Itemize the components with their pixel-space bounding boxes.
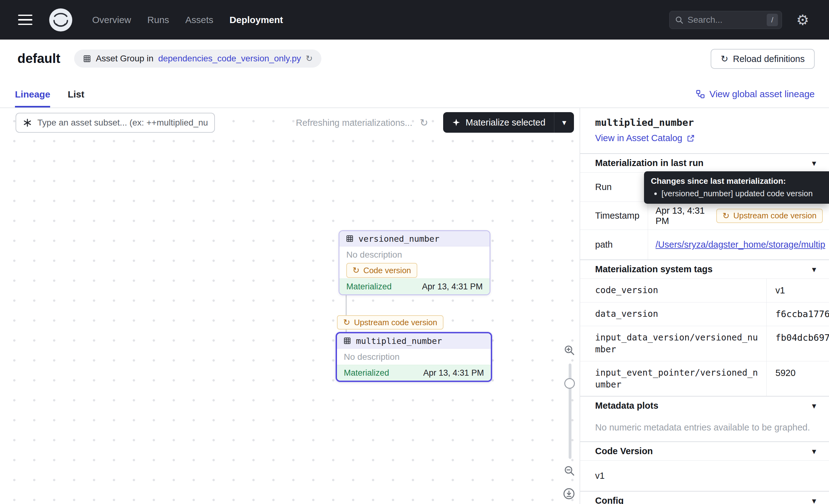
tooltip-title: Changes since last materialization:: [651, 176, 822, 187]
section-heading: Metadata plots: [595, 401, 658, 411]
chevron-down-icon[interactable]: ▾: [812, 265, 816, 274]
system-tag-row: code_version v1: [580, 279, 829, 302]
slash-shortcut-badge: /: [767, 14, 778, 26]
asset-name: versioned_number: [358, 234, 439, 244]
tag-key: input_data_version/versioned_number: [580, 326, 766, 361]
asset-subset-filter[interactable]: [15, 113, 215, 133]
row-value: Apr 13, 4:31 PM ↻ Upstream code version: [648, 202, 829, 229]
section-materialization-last-run[interactable]: Materialization in last run ▾: [580, 153, 829, 172]
zoom-slider-track[interactable]: [569, 363, 572, 459]
lineage-graph-icon: [696, 89, 705, 99]
view-global-asset-lineage-link[interactable]: View global asset lineage: [696, 89, 815, 99]
materialize-label: Materialize selected: [466, 117, 545, 128]
panel-body: Materialization in last run ▾ Run Timest…: [580, 153, 829, 504]
code-version-icon: ↻: [353, 265, 360, 275]
code-version-icon: ↻: [343, 317, 350, 327]
tab-list[interactable]: List: [68, 89, 84, 107]
zoom-slider-handle[interactable]: [564, 378, 575, 389]
asset-description: No description: [346, 250, 483, 260]
title-row: default Asset Group in dependencies_code…: [17, 49, 321, 68]
search-input[interactable]: [688, 15, 763, 25]
asset-table-icon: [346, 235, 354, 243]
tag-key: input_event_pointer/versioned_number: [580, 361, 766, 396]
tab-lineage[interactable]: Lineage: [15, 89, 50, 107]
asset-group-file-link[interactable]: dependencies_code_version_only.py: [158, 53, 301, 64]
upstream-code-version-chip: ↻ Upstream code version: [337, 315, 443, 330]
chevron-down-icon[interactable]: ▾: [812, 159, 816, 168]
materialized-timestamp: Apr 13, 4:31 PM: [422, 282, 483, 292]
caret-down-icon: ▾: [562, 118, 566, 128]
search-icon: [675, 15, 684, 25]
tooltip-item: [versioned_number] updated code version: [661, 188, 822, 199]
tooltip-list: [versioned_number] updated code version: [661, 188, 822, 199]
primary-nav: Overview Runs Assets Deployment: [92, 15, 283, 25]
dagster-logo[interactable]: [48, 8, 73, 32]
materialized-status: Materialized: [346, 282, 392, 292]
chevron-down-icon[interactable]: ▾: [812, 447, 816, 456]
nav-runs[interactable]: Runs: [147, 15, 169, 25]
asset-subset-input[interactable]: [37, 118, 208, 128]
code-version-chip: ↻ Code version: [346, 263, 417, 278]
asset-node-header: multiplied_number: [337, 333, 491, 349]
reload-definitions-button[interactable]: ↻ Reload definitions: [711, 49, 815, 69]
menu-icon[interactable]: [18, 15, 32, 25]
section-heading: Config: [595, 496, 624, 504]
zoom-in-button[interactable]: [563, 344, 576, 356]
section-code-version[interactable]: Code Version ▾: [580, 441, 829, 460]
asset-group-icon: [83, 55, 91, 63]
materialize-selected-button[interactable]: Materialize selected ▾: [443, 112, 574, 133]
section-config[interactable]: Config ▾: [580, 491, 829, 504]
refresh-icon[interactable]: ↻: [420, 117, 428, 129]
asset-group-badge: Asset Group in dependencies_code_version…: [74, 49, 322, 68]
asset-node-header: versioned_number: [339, 231, 490, 246]
asset-table-icon: [343, 337, 351, 345]
nav-deployment[interactable]: Deployment: [229, 15, 283, 25]
asset-node-versioned-number[interactable]: versioned_number No description ↻ Code v…: [338, 230, 491, 295]
changes-tooltip: Changes since last materialization: [ver…: [644, 171, 829, 204]
section-heading: Materialization system tags: [595, 264, 713, 275]
reload-icon[interactable]: ↻: [306, 53, 313, 64]
global-search[interactable]: /: [669, 11, 782, 29]
dagster-logo-icon: [48, 8, 73, 32]
asset-node-multiplied-number[interactable]: multiplied_number No description Materia…: [336, 332, 492, 382]
view-in-asset-catalog-link[interactable]: View in Asset Catalog: [595, 133, 695, 143]
gear-icon[interactable]: ⚙: [796, 13, 809, 27]
asset-details-panel: multiplied_number View in Asset Catalog …: [580, 108, 829, 504]
row-label: Run: [580, 173, 648, 202]
catalog-link-label: View in Asset Catalog: [595, 133, 682, 143]
tag-key: code_version: [580, 279, 766, 302]
reload-icon: ↻: [721, 53, 728, 64]
view-tabs: Lineage List: [15, 89, 84, 107]
materialized-status: Materialized: [344, 368, 389, 378]
tag-value: 5920: [766, 361, 829, 396]
section-metadata-plots[interactable]: Metadata plots ▾: [580, 396, 829, 415]
storage-path-link[interactable]: /Users/sryza/dagster_home/storage/multip: [655, 240, 825, 250]
chevron-down-icon[interactable]: ▾: [812, 401, 816, 410]
materialize-main[interactable]: Materialize selected: [443, 112, 554, 133]
upstream-code-version-chip: ↻ Upstream code version: [716, 209, 823, 223]
selected-asset-title: multiplied_number: [595, 117, 694, 128]
upstream-chip-label: Upstream code version: [354, 318, 437, 327]
nav-assets[interactable]: Assets: [185, 15, 213, 25]
section-heading: Code Version: [595, 446, 653, 456]
upstream-chip-label: Upstream code version: [733, 211, 817, 220]
external-link-icon: [686, 134, 695, 143]
sparkle-icon: [452, 118, 461, 127]
tag-key: data_version: [580, 302, 766, 326]
recenter-view-button[interactable]: [563, 487, 576, 500]
asset-name: multiplied_number: [356, 336, 442, 346]
last-run-row-path: path /Users/sryza/dagster_home/storage/m…: [580, 229, 829, 259]
page-header: default Asset Group in dependencies_code…: [0, 40, 829, 108]
asset-graph-canvas[interactable]: Refreshing materializations... ↻ Materia…: [0, 108, 580, 504]
chevron-down-icon[interactable]: ▾: [812, 497, 816, 504]
nav-overview[interactable]: Overview: [92, 15, 131, 25]
op-selector-icon: [23, 118, 32, 128]
system-tag-row: input_data_version/versioned_number fb04…: [580, 326, 829, 361]
materialize-dropdown-button[interactable]: ▾: [554, 112, 574, 133]
section-system-tags[interactable]: Materialization system tags ▾: [580, 259, 829, 279]
system-tag-row: input_event_pointer/versioned_number 592…: [580, 361, 829, 396]
metadata-plots-empty-message: No numeric metadata entries available to…: [580, 415, 829, 441]
zoom-out-button[interactable]: [563, 464, 576, 477]
asset-node-footer: Materialized Apr 13, 4:31 PM: [339, 279, 490, 294]
page-title: default: [17, 51, 61, 66]
